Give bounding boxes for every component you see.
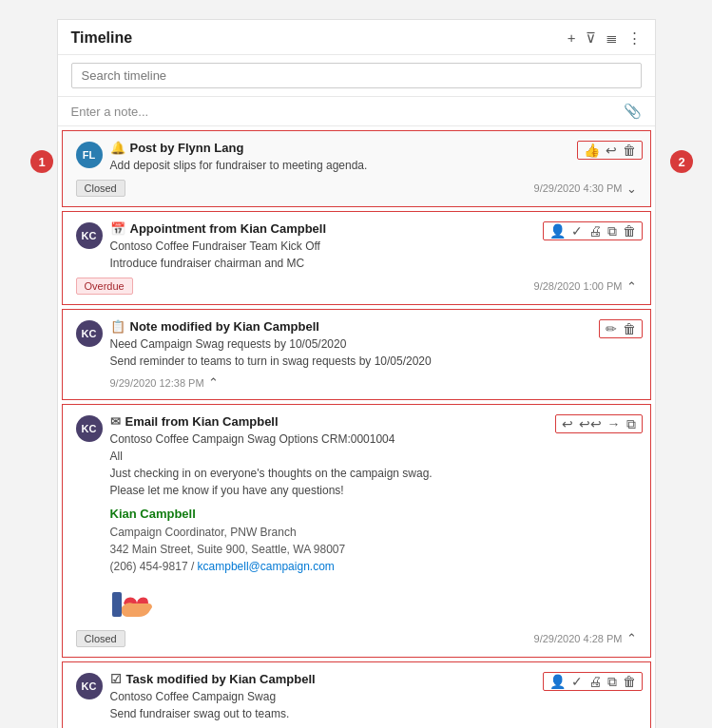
email-item-footer: Closed 9/29/2020 4:28 PM ⌃ [76, 630, 637, 647]
svg-rect-0 [112, 592, 122, 617]
post-timestamp: 9/29/2020 4:30 PM ⌄ [534, 182, 637, 196]
note-edit-button[interactable]: ✏ [606, 322, 617, 335]
post-closed-badge: Closed [76, 180, 125, 197]
appointment-item-footer: Overdue 9/28/2020 1:00 PM ⌃ [76, 278, 637, 295]
appointment-item: KC 📅 Appointment from Kian Campbell Cont… [62, 211, 651, 305]
post-chevron[interactable]: ⌄ [626, 182, 637, 196]
note-chevron[interactable]: ⌃ [208, 375, 219, 390]
email-convert-button[interactable]: ⧉ [626, 417, 636, 431]
note-type-icon: 📋 [110, 319, 125, 334]
panel-title: Timeline [71, 29, 568, 47]
avatar-kc-task: KC [76, 673, 103, 699]
task-item: KC ☑ Task modified by Kian Campbell Cont… [62, 661, 651, 729]
post-item-footer: Closed 9/29/2020 4:30 PM ⌄ [76, 180, 637, 197]
appointment-delete-button[interactable]: 🗑 [623, 224, 636, 238]
note-timestamp: 9/29/2020 12:38 PM ⌃ [110, 375, 219, 390]
appointment-title-text: Appointment from Kian Campbell [130, 221, 327, 236]
note-bar: Enter a note... 📎 [58, 97, 655, 126]
email-item-body: Contoso Coffee Campaign Swag Options CRM… [110, 431, 637, 624]
signature-address: 342 Main Street, Suite 900, Seattle, WA … [110, 543, 346, 556]
note-item: KC 📋 Note modified by Kian Campbell Need… [62, 309, 651, 400]
avatar-kc-email: KC [76, 415, 103, 442]
signature-name: Kian Campbell [110, 507, 196, 521]
email-closed-badge: Closed [76, 630, 125, 647]
timeline-panel: Timeline + ⊽ ≣ ⋮ Enter a note... 📎 FL [57, 19, 656, 728]
hand-heart-icon [110, 583, 164, 624]
header-icons: + ⊽ ≣ ⋮ [568, 29, 642, 47]
task-title-text: Task modified by Kian Campbell [126, 672, 316, 686]
post-item-header: FL 🔔 Post by Flynn Lang Add deposit slip… [76, 141, 637, 174]
filter-icon[interactable]: ⊽ [586, 29, 596, 47]
post-reply-button[interactable]: ↩ [606, 144, 617, 157]
search-input[interactable] [71, 63, 642, 88]
search-bar [58, 55, 655, 97]
email-type-icon: ✉ [110, 414, 121, 429]
post-type-icon: 🔔 [110, 141, 125, 155]
post-item: FL 🔔 Post by Flynn Lang Add deposit slip… [62, 130, 651, 207]
post-title-text: Post by Flynn Lang [130, 141, 244, 155]
note-item-header: KC 📋 Note modified by Kian Campbell Need… [76, 319, 637, 370]
note-title-text: Note modified by Kian Campbell [130, 319, 319, 334]
annotation-1: 1 [30, 150, 53, 173]
annotation-2: 2 [670, 150, 693, 173]
task-item-body: Contoso Coffee Campaign Swag Send fundra… [110, 688, 637, 722]
email-timestamp: 9/29/2020 4:28 PM ⌃ [534, 631, 637, 645]
email-action-buttons: ↩ ↩↩ → ⧉ [555, 414, 643, 433]
appointment-overdue-badge: Overdue [76, 278, 133, 295]
note-item-content: 📋 Note modified by Kian Campbell Need Ca… [110, 319, 637, 370]
note-placeholder-text: Enter a note... [71, 105, 149, 119]
email-item-content: ✉ Email from Kian Campbell Contoso Coffe… [110, 414, 637, 624]
appointment-print-button[interactable]: 🖨 [588, 224, 602, 238]
avatar-fl: FL [76, 142, 103, 168]
panel-header: Timeline + ⊽ ≣ ⋮ [58, 20, 655, 55]
appointment-action-buttons: 👤 ✓ 🖨 ⧉ 🗑 [543, 221, 643, 240]
avatar-kc-appointment: KC [76, 222, 103, 249]
appointment-item-body: Contoso Coffee Fundraiser Team Kick Off … [110, 238, 637, 272]
email-replyall-button[interactable]: ↩↩ [579, 417, 602, 431]
post-item-body: Add deposit slips for fundraiser to meet… [110, 157, 637, 174]
avatar-kc-note: KC [76, 320, 103, 347]
note-item-title: 📋 Note modified by Kian Campbell [110, 319, 637, 334]
task-print-button[interactable]: 🖨 [588, 675, 602, 688]
post-item-content: 🔔 Post by Flynn Lang Add deposit slips f… [110, 141, 637, 174]
email-chevron[interactable]: ⌃ [626, 631, 637, 645]
email-item-header: KC ✉ Email from Kian Campbell Contoso Co… [76, 414, 637, 624]
email-title-text: Email from Kian Campbell [125, 414, 279, 429]
appointment-complete-button[interactable]: ✓ [571, 224, 583, 238]
post-action-buttons: 👍 ↩ 🗑 [577, 141, 643, 160]
add-icon[interactable]: + [568, 29, 576, 47]
task-delete-button[interactable]: 🗑 [623, 675, 636, 688]
task-complete-button[interactable]: ✓ [571, 675, 583, 688]
post-delete-button[interactable]: 🗑 [623, 144, 636, 157]
appointment-assign-button[interactable]: 👤 [549, 224, 566, 238]
email-signature: Kian Campbell Campaign Coordinator, PNW … [110, 505, 637, 575]
note-item-body: Need Campaign Swag requests by 10/05/202… [110, 335, 637, 370]
appointment-chevron[interactable]: ⌃ [626, 279, 637, 294]
outer-wrapper: 1 2 Timeline + ⊽ ≣ ⋮ Enter a note... 📎 [19, 19, 693, 728]
more-icon[interactable]: ⋮ [627, 29, 642, 47]
appointment-timestamp: 9/28/2020 1:00 PM ⌃ [534, 279, 637, 294]
paperclip-icon[interactable]: 📎 [624, 103, 642, 120]
signature-phone: (206) 454-9817 / [110, 560, 198, 573]
email-item: KC ✉ Email from Kian Campbell Contoso Co… [62, 404, 651, 658]
task-assign-button[interactable]: 👤 [549, 675, 566, 688]
note-item-footer: 9/29/2020 12:38 PM ⌃ [76, 375, 637, 390]
note-action-buttons: ✏ 🗑 [599, 319, 643, 338]
task-action-buttons: 👤 ✓ 🖨 ⧉ 🗑 [543, 672, 643, 691]
email-forward-button[interactable]: → [607, 417, 621, 431]
sort-icon[interactable]: ≣ [606, 29, 618, 47]
email-reply-button[interactable]: ↩ [562, 417, 573, 431]
task-type-icon: ☑ [110, 672, 122, 686]
signature-email-link[interactable]: kcampbell@campaign.com [198, 560, 335, 573]
email-image [110, 583, 637, 624]
timeline-items: FL 🔔 Post by Flynn Lang Add deposit slip… [58, 126, 655, 728]
post-thumbsup-button[interactable]: 👍 [584, 144, 600, 157]
task-convert-button[interactable]: ⧉ [607, 675, 617, 688]
post-item-title: 🔔 Post by Flynn Lang [110, 141, 637, 155]
signature-title: Campaign Coordinator, PNW Branch [110, 526, 297, 539]
note-delete-button[interactable]: 🗑 [623, 322, 636, 335]
appointment-convert-button[interactable]: ⧉ [607, 224, 617, 238]
appointment-type-icon: 📅 [110, 221, 125, 236]
